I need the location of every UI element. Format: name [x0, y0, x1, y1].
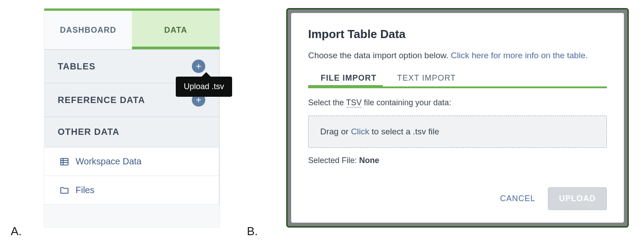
tsv-abbr: TSV	[346, 98, 362, 108]
section-tables[interactable]: TABLES Upload .tsv	[44, 50, 219, 83]
dialog-description-text: Choose the data import option below.	[308, 51, 451, 60]
panel-b-dialog-backdrop: Import Table Data Choose the data import…	[286, 8, 629, 228]
file-dropzone[interactable]: Drag or Click to select a .tsv file	[308, 116, 607, 148]
other-item-label: Files	[76, 185, 94, 195]
other-item-label: Workspace Data	[76, 156, 141, 167]
add-table-icon[interactable]	[192, 60, 205, 73]
dialog-title: Import Table Data	[308, 27, 607, 41]
upload-button[interactable]: UPLOAD	[548, 187, 607, 210]
other-item-files[interactable]: Files	[44, 176, 219, 205]
dropzone-suffix: to select a .tsv file	[369, 127, 439, 136]
selected-file-label: Selected File:	[308, 156, 359, 165]
selected-file-value: None	[359, 156, 379, 165]
dialog-footer: CANCEL UPLOAD	[308, 187, 607, 210]
figure-label-b: B.	[247, 224, 258, 238]
cancel-button-label: CANCEL	[500, 194, 535, 203]
tab-data[interactable]: DATA	[132, 11, 220, 49]
section-tables-title: TABLES	[58, 61, 96, 72]
panel-a-sidebar: DASHBOARD DATA TABLES Upload .tsv REFERE…	[44, 8, 220, 228]
import-table-data-dialog: Import Table Data Choose the data import…	[291, 13, 624, 223]
section-other-title: OTHER DATA	[58, 127, 119, 137]
dropzone-prefix: Drag or	[320, 127, 351, 136]
other-item-workspace-data[interactable]: Workspace Data	[44, 147, 219, 176]
select-suffix: file containing your data:	[362, 98, 451, 107]
upload-button-label: UPLOAD	[559, 194, 596, 203]
tab-file-import-label: FILE IMPORT	[321, 73, 377, 82]
cancel-button[interactable]: CANCEL	[496, 188, 539, 210]
section-other-data[interactable]: OTHER DATA	[44, 117, 219, 147]
tab-data-label: DATA	[164, 26, 187, 35]
selected-file-line: Selected File: None	[308, 156, 607, 165]
tab-dashboard-label: DASHBOARD	[60, 26, 116, 35]
tab-text-import-label: TEXT IMPORT	[397, 73, 456, 82]
tab-text-import[interactable]: TEXT IMPORT	[397, 73, 456, 86]
svg-rect-0	[61, 158, 68, 165]
more-info-link[interactable]: Click here for more info on the table.	[451, 51, 588, 60]
tooltip-text: Upload .tsv	[184, 82, 224, 91]
figure-label-a: A.	[11, 224, 22, 238]
import-tabs-underline	[308, 86, 607, 88]
dropzone-click-link[interactable]: Click	[351, 127, 369, 136]
section-reference-title: REFERENCE DATA	[58, 95, 145, 105]
select-file-instruction: Select the TSV file containing your data…	[308, 98, 607, 108]
top-tabs: DASHBOARD DATA	[44, 11, 220, 49]
tab-file-import[interactable]: FILE IMPORT	[321, 73, 377, 86]
section-list: TABLES Upload .tsv REFERENCE DATA OTHER …	[44, 50, 220, 147]
folder-icon	[59, 185, 69, 195]
tab-active-underline	[132, 47, 220, 49]
other-data-list: Workspace Data Files	[44, 147, 220, 205]
table-icon	[59, 157, 69, 167]
tab-dashboard[interactable]: DASHBOARD	[44, 11, 132, 49]
upload-tsv-tooltip: Upload .tsv	[176, 77, 232, 97]
select-prefix: Select the	[308, 98, 346, 107]
import-tabs: FILE IMPORT TEXT IMPORT	[308, 73, 607, 86]
dialog-description: Choose the data import option below. Cli…	[308, 49, 607, 62]
